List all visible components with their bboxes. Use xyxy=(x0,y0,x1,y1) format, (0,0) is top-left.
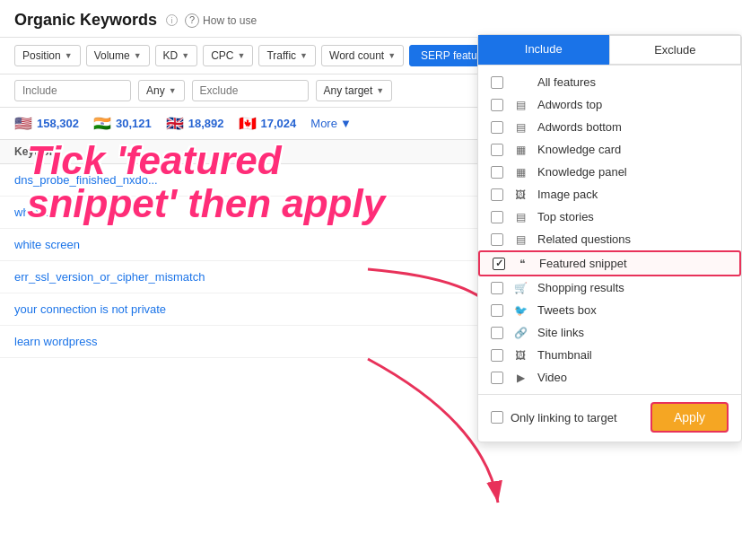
count-in[interactable]: 30,121 xyxy=(116,117,152,130)
serp-icon-shopping_results: 🛒 xyxy=(512,282,528,294)
serp-label-knowledge_card: Knowledge card xyxy=(537,143,729,156)
any-target-select[interactable]: Any target ▼ xyxy=(316,80,393,101)
traffic-arrow: ▼ xyxy=(300,51,308,60)
tab-exclude[interactable]: Exclude xyxy=(609,35,742,65)
serp-label-featured_snippet: Featured snippet xyxy=(539,257,727,270)
serp-checkbox-knowledge_card[interactable] xyxy=(491,144,503,156)
apply-button[interactable]: Apply xyxy=(650,402,729,433)
serp-item-site_links[interactable]: 🔗 Site links xyxy=(478,321,741,344)
word-count-arrow: ▼ xyxy=(388,51,396,60)
serp-icon-adwords_top: ▤ xyxy=(512,99,528,111)
word-count-filter[interactable]: Word count ▼ xyxy=(321,45,404,66)
keyword-link[interactable]: dns_probe_finished_nxdo... xyxy=(14,173,158,187)
keyword-link[interactable]: what... xyxy=(14,206,48,219)
keyword-link[interactable]: err_ssl_version_or_cipher_mismatch xyxy=(14,270,205,284)
stat-gb: 🇬🇧 18,892 xyxy=(166,115,224,132)
serp-item-image_pack[interactable]: 🖼 Image pack xyxy=(478,183,741,206)
volume-filter[interactable]: Volume ▼ xyxy=(86,45,150,66)
serp-checkbox-featured_snippet[interactable] xyxy=(493,258,505,270)
serp-label-site_links: Site links xyxy=(537,326,729,339)
serp-label-shopping_results: Shopping results xyxy=(537,281,729,294)
count-us[interactable]: 158,302 xyxy=(37,117,79,130)
serp-icon-featured_snippet: ❝ xyxy=(514,258,530,270)
info-icon: i xyxy=(166,14,178,26)
serp-item-featured_snippet[interactable]: ❝ Featured snippet xyxy=(478,250,741,276)
serp-items-list: All features ▤ Adwords top ▤ Adwords bot… xyxy=(478,66,741,394)
flag-in: 🇮🇳 xyxy=(93,115,111,132)
more-button[interactable]: More ▼ xyxy=(310,117,352,130)
serp-icon-knowledge_panel: ▦ xyxy=(512,166,528,179)
serp-icon-related_questions: ▤ xyxy=(512,233,528,246)
include-input[interactable] xyxy=(14,80,131,101)
flag-ca: 🇨🇦 xyxy=(239,115,257,132)
page-header: Organic Keywords i How to use xyxy=(0,0,742,38)
serp-icon-image_pack: 🖼 xyxy=(512,188,528,201)
serp-checkbox-related_questions[interactable] xyxy=(491,233,503,246)
serp-label-adwords_top: Adwords top xyxy=(537,98,729,111)
serp-item-knowledge_card[interactable]: ▦ Knowledge card xyxy=(478,138,741,161)
serp-icon-all_features xyxy=(512,76,528,89)
tab-include[interactable]: Include xyxy=(478,35,609,65)
position-filter[interactable]: Position ▼ xyxy=(14,45,81,66)
stat-us: 🇺🇸 158,302 xyxy=(14,115,79,132)
how-to-use-link[interactable]: How to use xyxy=(185,13,257,28)
serp-label-all_features: All features xyxy=(537,75,729,89)
serp-item-shopping_results[interactable]: 🛒 Shopping results xyxy=(478,276,741,299)
serp-checkbox-adwords_top[interactable] xyxy=(491,99,503,111)
serp-checkbox-top_stories[interactable] xyxy=(491,211,503,223)
serp-item-adwords_top[interactable]: ▤ Adwords top xyxy=(478,93,741,116)
serp-checkbox-video[interactable] xyxy=(491,372,503,384)
serp-icon-site_links: 🔗 xyxy=(512,327,528,339)
keyword-link[interactable]: your connection is not private xyxy=(14,302,166,316)
count-gb[interactable]: 18,892 xyxy=(188,117,224,130)
more-arrow: ▼ xyxy=(340,117,352,130)
serp-features-panel: Include Exclude All features ▤ Adwords t… xyxy=(477,34,742,442)
serp-item-top_stories[interactable]: ▤ Top stories xyxy=(478,206,741,228)
position-arrow: ▼ xyxy=(65,51,73,60)
serp-label-knowledge_panel: Knowledge panel xyxy=(537,165,729,179)
serp-icon-adwords_bottom: ▤ xyxy=(512,121,528,134)
any-select[interactable]: Any ▼ xyxy=(138,80,185,101)
serp-item-video[interactable]: ▶ Video xyxy=(478,366,741,389)
serp-icon-thumbnail: 🖼 xyxy=(512,349,528,362)
stat-in: 🇮🇳 30,121 xyxy=(93,115,152,132)
serp-item-all_features[interactable]: All features xyxy=(478,71,741,93)
serp-label-image_pack: Image pack xyxy=(537,188,729,201)
col-keyword: Keyword xyxy=(14,145,548,158)
cpc-filter[interactable]: CPC ▼ xyxy=(203,45,253,66)
serp-item-tweets_box[interactable]: 🐦 Tweets box xyxy=(478,299,741,321)
volume-arrow: ▼ xyxy=(134,51,142,60)
serp-footer: Only linking to target Apply xyxy=(478,394,741,442)
serp-label-adwords_bottom: Adwords bottom xyxy=(537,120,729,134)
flag-gb: 🇬🇧 xyxy=(166,115,184,132)
keyword-link[interactable]: white screen xyxy=(14,238,80,251)
serp-checkbox-all_features[interactable] xyxy=(491,76,503,89)
only-linking-checkbox[interactable] xyxy=(491,411,503,424)
serp-checkbox-shopping_results[interactable] xyxy=(491,282,503,294)
serp-item-knowledge_panel[interactable]: ▦ Knowledge panel xyxy=(478,161,741,183)
serp-checkbox-tweets_box[interactable] xyxy=(491,304,503,317)
serp-item-related_questions[interactable]: ▤ Related questions xyxy=(478,228,741,250)
serp-checkbox-thumbnail[interactable] xyxy=(491,349,503,362)
serp-checkbox-adwords_bottom[interactable] xyxy=(491,121,503,134)
traffic-filter[interactable]: Traffic ▼ xyxy=(258,45,316,66)
exclude-input[interactable] xyxy=(192,80,309,101)
serp-item-thumbnail[interactable]: 🖼 Thumbnail xyxy=(478,344,741,366)
serp-icon-tweets_box: 🐦 xyxy=(512,304,528,317)
serp-label-video: Video xyxy=(537,371,729,384)
serp-panel-tabs: Include Exclude xyxy=(478,35,741,66)
serp-label-tweets_box: Tweets box xyxy=(537,303,729,317)
count-ca[interactable]: 17,024 xyxy=(261,117,297,130)
kd-filter[interactable]: KD ▼ xyxy=(155,45,198,66)
serp-checkbox-image_pack[interactable] xyxy=(491,188,503,201)
flag-us: 🇺🇸 xyxy=(14,115,32,132)
serp-label-top_stories: Top stories xyxy=(537,210,729,223)
serp-icon-top_stories: ▤ xyxy=(512,211,528,223)
cpc-arrow: ▼ xyxy=(238,51,246,60)
keyword-link[interactable]: learn wordpress xyxy=(14,335,98,348)
serp-checkbox-site_links[interactable] xyxy=(491,327,503,339)
serp-item-adwords_bottom[interactable]: ▤ Adwords bottom xyxy=(478,116,741,138)
serp-icon-knowledge_card: ▦ xyxy=(512,144,528,156)
serp-checkbox-knowledge_panel[interactable] xyxy=(491,166,503,179)
kd-arrow: ▼ xyxy=(181,51,189,60)
